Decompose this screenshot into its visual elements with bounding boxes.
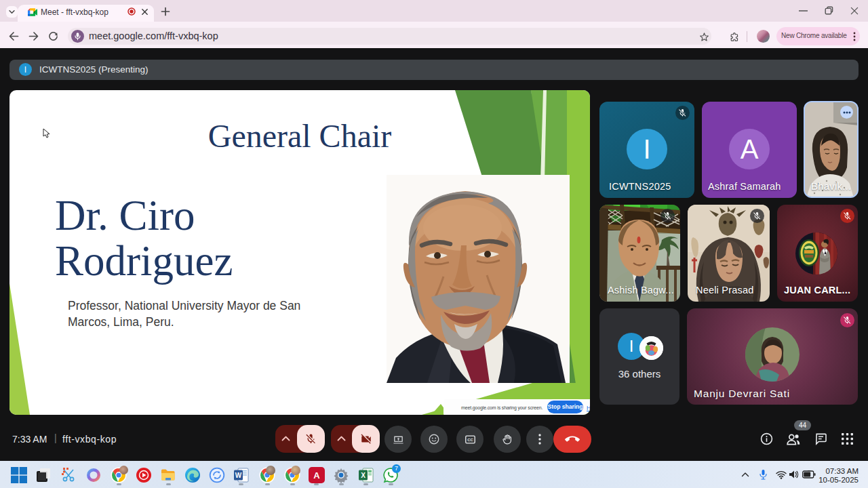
svg-text:X: X [361, 472, 366, 479]
svg-text:CC: CC [467, 438, 473, 442]
svg-text:W: W [235, 472, 242, 479]
svg-text:A: A [313, 470, 320, 481]
